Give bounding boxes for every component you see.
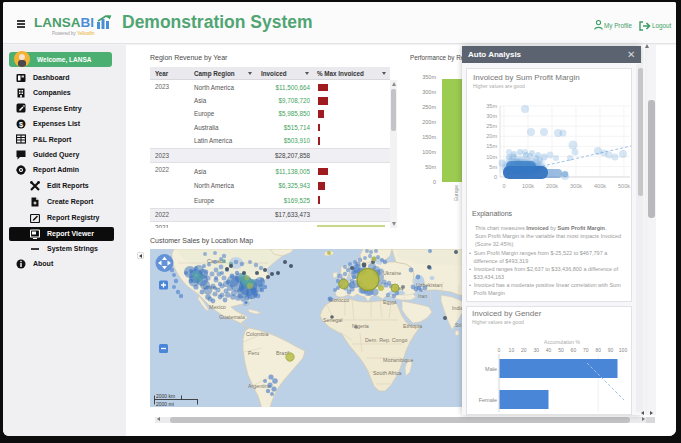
svg-text:300k: 300k bbox=[570, 183, 582, 189]
svg-text:Dem. Rep. Congo: Dem. Rep. Congo bbox=[365, 337, 407, 343]
svg-text:Colombia: Colombia bbox=[246, 331, 268, 337]
svg-text:5m: 5m bbox=[489, 164, 497, 170]
svg-text:20: 20 bbox=[521, 347, 527, 353]
svg-text:35m: 35m bbox=[486, 103, 497, 109]
svg-text:Male: Male bbox=[485, 366, 497, 372]
svg-text:20m: 20m bbox=[486, 133, 497, 139]
svg-text:South Africa: South Africa bbox=[373, 370, 402, 376]
svg-text:Ukraine: Ukraine bbox=[383, 270, 401, 276]
svg-text:Argentina: Argentina bbox=[248, 383, 271, 389]
svg-text:100: 100 bbox=[619, 347, 628, 353]
svg-text:100k: 100k bbox=[522, 183, 534, 189]
svg-text:Mozambique: Mozambique bbox=[383, 357, 413, 363]
svg-text:90: 90 bbox=[608, 347, 614, 353]
svg-text:30: 30 bbox=[533, 347, 539, 353]
svg-text:10m: 10m bbox=[486, 154, 497, 160]
svg-text:200k: 200k bbox=[546, 183, 558, 189]
svg-text:Egypt: Egypt bbox=[383, 299, 397, 305]
svg-text:15m: 15m bbox=[486, 143, 497, 149]
svg-text:2000 km: 2000 km bbox=[156, 393, 175, 399]
svg-text:70: 70 bbox=[583, 347, 589, 353]
svg-text:500k: 500k bbox=[618, 183, 630, 189]
svg-text:400k: 400k bbox=[594, 183, 606, 189]
svg-text:80: 80 bbox=[595, 347, 601, 353]
svg-text:Iran: Iran bbox=[418, 293, 427, 299]
svg-text:0: 0 bbox=[502, 183, 505, 189]
svg-text:Female: Female bbox=[479, 397, 497, 403]
svg-text:25m: 25m bbox=[486, 123, 497, 129]
svg-text:0: 0 bbox=[494, 174, 497, 180]
svg-text:Peru: Peru bbox=[248, 350, 259, 356]
svg-text:Ethiopia: Ethiopia bbox=[403, 323, 422, 329]
svg-text:0: 0 bbox=[498, 347, 501, 353]
svg-text:40: 40 bbox=[546, 347, 552, 353]
svg-text:Mexico: Mexico bbox=[209, 304, 226, 310]
svg-text:2000 mi: 2000 mi bbox=[156, 401, 174, 407]
svg-text:60: 60 bbox=[571, 347, 577, 353]
svg-text:Guatemala: Guatemala bbox=[219, 314, 245, 320]
svg-text:50: 50 bbox=[558, 347, 564, 353]
svg-text:30m: 30m bbox=[486, 113, 497, 119]
svg-text:10: 10 bbox=[509, 347, 515, 353]
svg-text:Accumulation %: Accumulation % bbox=[544, 339, 580, 345]
